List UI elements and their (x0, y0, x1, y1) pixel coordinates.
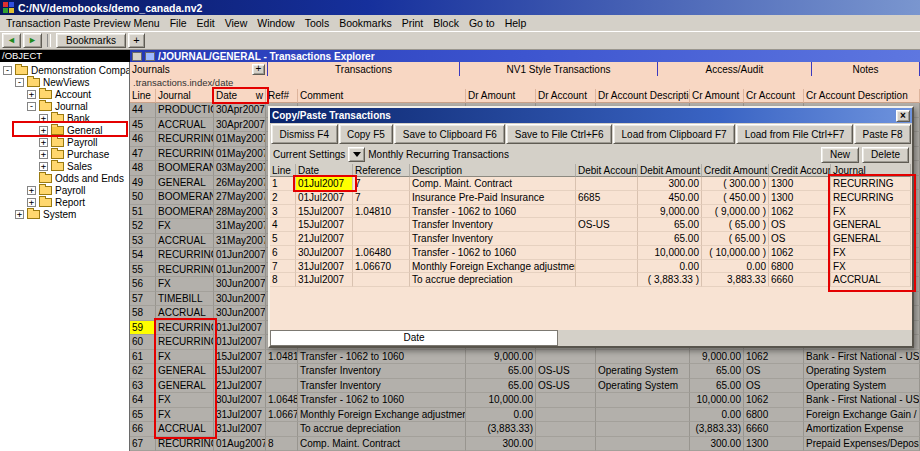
cell-dr_amount[interactable]: 65.00 (466, 364, 536, 379)
cell-line[interactable]: 56 (130, 277, 156, 292)
cell-cr_account[interactable]: 1300 (744, 437, 804, 451)
cell-dr_desc[interactable]: Operating System (596, 364, 690, 379)
expand-plus-icon[interactable]: + (27, 186, 36, 195)
menu-item-file[interactable]: File (165, 16, 192, 30)
cell-line[interactable]: 50 (130, 190, 156, 205)
expand-plus-icon[interactable]: + (39, 114, 48, 123)
tree-item-report[interactable]: +Report (0, 196, 129, 208)
cell-line[interactable]: 65 (130, 408, 156, 423)
column-header-dr-amount[interactable]: Dr Amount (466, 89, 536, 103)
column-header-ref[interactable]: Ref# (266, 89, 298, 103)
dialog-cell-description[interactable]: To accrue depreciation (410, 273, 576, 287)
expand-plus-icon[interactable]: + (15, 210, 24, 219)
column-header-line[interactable]: Line (130, 89, 156, 103)
dialog-cell-description[interactable]: Transfer - 1062 to 1060 (410, 246, 576, 260)
cell-journal[interactable]: GENERAL (156, 176, 214, 191)
cell-journal[interactable]: RECURRING (156, 132, 214, 147)
cell-date[interactable]: 30Jun2007 (214, 292, 266, 307)
expand-plus-icon[interactable]: + (27, 198, 36, 207)
tree-item-newviews[interactable]: -NewViews (0, 76, 129, 88)
table-row[interactable]: 61FX15Jul20071.04810Transfer - 1062 to 1… (130, 350, 920, 365)
collapse-minus-icon[interactable]: - (27, 102, 36, 111)
cell-date[interactable]: 30Apr2007 (214, 103, 266, 118)
dialog-cell-reference[interactable]: 7 (353, 191, 410, 205)
tree-item-account[interactable]: +Account (0, 88, 129, 100)
cell-cr_amount[interactable]: 65.00 (690, 379, 744, 394)
cell-dr_amount[interactable]: 300.00 (466, 437, 536, 451)
dialog-cell-debit_amount[interactable]: 65.00 (638, 218, 702, 232)
cell-ref[interactable] (266, 379, 298, 394)
column-header-date[interactable]: Datew (214, 89, 266, 103)
dialog-cell-credit_amount[interactable]: ( 65.00 ) (702, 232, 769, 246)
cell-cr_amount[interactable]: (3,883.33) (690, 422, 744, 437)
dialog-cell-journal[interactable]: FX (831, 205, 911, 219)
cell-journal[interactable]: GENERAL (156, 379, 214, 394)
cell-journal[interactable]: RECURRING (156, 263, 214, 278)
dialog-button-save-to-file-ctrl-f6[interactable]: Save to File Ctrl+F6 (506, 124, 612, 144)
cell-dr_desc[interactable]: Operating System (596, 379, 690, 394)
cell-line[interactable]: 44 (130, 103, 156, 118)
table-row[interactable]: 62GENERAL15Jul2007Transfer Inventory65.0… (130, 364, 920, 379)
dialog-cell-line[interactable]: 5 (270, 232, 296, 246)
tree-item-payroll[interactable]: +Payroll (0, 184, 129, 196)
cell-comment[interactable]: Transfer Inventory (298, 379, 466, 394)
tree-item-journal[interactable]: -Journal (0, 100, 129, 112)
expand-plus-icon[interactable]: + (27, 90, 36, 99)
cell-journal[interactable]: FX (156, 219, 214, 234)
dialog-table-row[interactable]: 201Jul20077Insurance Pre-Paid Insurance6… (270, 191, 912, 205)
cell-date[interactable]: 01Jul2007 (214, 321, 266, 336)
cell-line[interactable]: 60 (130, 335, 156, 350)
dialog-cell-credit_amount[interactable]: ( 450.00 ) (702, 191, 769, 205)
menu-item-go-to[interactable]: Go to (464, 16, 500, 30)
dialog-button-load-from-file-ctrl-f7[interactable]: Load from File Ctrl+F7 (736, 124, 853, 144)
dialog-cell-credit_amount[interactable]: ( 10,000.00 ) (702, 246, 769, 260)
cell-comment[interactable]: Comp. Maint. Contract (298, 437, 466, 451)
cell-ref[interactable] (266, 364, 298, 379)
cell-date[interactable]: 15Jul2007 (214, 350, 266, 365)
cell-date[interactable]: 21Jul2007 (214, 379, 266, 394)
tree-item-purchase[interactable]: +Purchase (0, 148, 129, 160)
cell-journal[interactable]: ACCRUAL (156, 422, 214, 437)
title-bar[interactable]: C:/NV/demobooks/demo_canada.nv2 (0, 0, 920, 15)
cell-date[interactable]: 31May2007 (214, 219, 266, 234)
tree-item-demonstration-company[interactable]: -Demonstration Company (0, 64, 129, 76)
cell-line[interactable]: 58 (130, 306, 156, 321)
dialog-cell-journal[interactable]: ACCRUAL (831, 273, 911, 287)
close-icon[interactable]: × (896, 110, 910, 122)
dialog-cell-credit_amount[interactable]: 3,883.33 (702, 273, 769, 287)
dialog-cell-debit_amount[interactable]: 65.00 (638, 232, 702, 246)
cell-journal[interactable]: RECURRING (156, 335, 214, 350)
dialog-cell-description[interactable]: Transfer Inventory (410, 232, 576, 246)
dialog-column-header-date[interactable]: Date (296, 164, 353, 177)
dialog-cell-credit_account[interactable]: 6800 (769, 260, 831, 274)
cell-journal[interactable]: FX (156, 393, 214, 408)
cell-date[interactable]: 27May2007 (214, 190, 266, 205)
dialog-table-row[interactable]: 101Jul20077Comp. Maint. Contract300.00( … (270, 177, 912, 191)
dialog-cell-debit_account[interactable] (576, 273, 638, 287)
dialog-cell-line[interactable]: 3 (270, 205, 296, 219)
cell-date[interactable]: 03May2007 (214, 161, 266, 176)
dialog-button-dismiss-f4[interactable]: Dismiss F4 (271, 124, 338, 144)
dialog-cell-credit_account[interactable]: OS (769, 218, 831, 232)
collapse-minus-icon[interactable]: - (3, 66, 12, 75)
table-row[interactable]: 64FX30Jul20071.06480Transfer - 1062 to 1… (130, 393, 920, 408)
dialog-cell-debit_amount[interactable]: 0.00 (638, 260, 702, 274)
expand-plus-icon[interactable]: + (39, 150, 48, 159)
expand-plus-icon[interactable]: + (39, 162, 48, 171)
dialog-cell-credit_account[interactable]: 1300 (769, 177, 831, 191)
cell-comment[interactable]: To accrue depreciation (298, 422, 466, 437)
table-row[interactable]: 66ACCRUAL31Jul2007To accrue depreciation… (130, 422, 920, 437)
menu-item-help[interactable]: Help (500, 16, 532, 30)
menu-item-window[interactable]: Window (252, 16, 299, 30)
cell-comment[interactable]: Transfer Inventory (298, 364, 466, 379)
dialog-table-row[interactable]: 630Jul20071.06480Transfer - 1062 to 1060… (270, 246, 912, 260)
add-tab-button[interactable]: + (252, 64, 265, 75)
column-header-cr-account[interactable]: Cr Account (744, 89, 804, 103)
cell-cr_amount[interactable]: 300.00 (690, 437, 744, 451)
dialog-column-header-debit-account[interactable]: Debit Account (576, 164, 638, 177)
dialog-cell-debit_account[interactable] (576, 260, 638, 274)
cell-line[interactable]: 52 (130, 219, 156, 234)
dialog-cell-credit_amount[interactable]: ( 9,000.00 ) (702, 205, 769, 219)
menu-item-tools[interactable]: Tools (300, 16, 335, 30)
dialog-column-header-credit-account[interactable]: Credit Account (769, 164, 831, 177)
